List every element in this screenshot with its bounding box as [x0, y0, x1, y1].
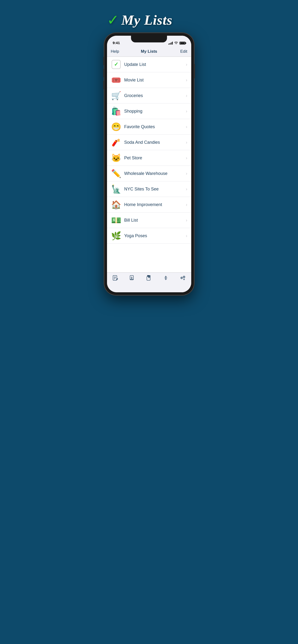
- item-icon-favorite-quotes: 😁: [111, 122, 121, 132]
- list-item[interactable]: 🧨 Soda And Candies ›: [107, 135, 191, 150]
- item-icon-movie-list: 🎟️: [111, 75, 121, 85]
- signal-bar-1: [169, 44, 169, 44]
- item-label-wholesale-warehouse: Wholesale Warehouse: [124, 171, 186, 176]
- item-label-nyc-sites: NYC Sites To See: [124, 187, 186, 192]
- tab-import[interactable]: [124, 274, 140, 281]
- item-icon-home-improvement: 🏠: [111, 199, 121, 210]
- item-icon-bill-list: 💵: [111, 215, 121, 226]
- tab-edit[interactable]: [107, 274, 124, 281]
- chevron-icon: ›: [186, 218, 187, 223]
- chevron-icon: ›: [186, 78, 187, 83]
- app-checkmark: ✓: [107, 13, 119, 27]
- list-item[interactable]: 🛒 Groceries ›: [107, 88, 191, 104]
- list-container: ✓ Update List › 🎟️ Movie List › 🛒 Grocer…: [107, 57, 191, 272]
- empty-space: [107, 244, 191, 272]
- list-item[interactable]: 💵 Bill List ›: [107, 212, 191, 228]
- help-button[interactable]: Help: [111, 49, 125, 54]
- item-label-update-list: Update List: [124, 62, 186, 67]
- list-item[interactable]: 🎟️ Movie List ›: [107, 72, 191, 88]
- item-label-yoga-poses: Yoga Poses: [124, 233, 186, 238]
- item-label-favorite-quotes: Favorite Quotes: [124, 124, 186, 130]
- item-icon-nyc-sites: 🗽: [111, 184, 121, 194]
- phone-screen: 9:41: [107, 36, 191, 292]
- list-item[interactable]: 😁 Favorite Quotes ›: [107, 119, 191, 135]
- chevron-icon: ›: [186, 202, 187, 207]
- filter-icon: [163, 274, 169, 281]
- nav-bar: Help My Lists Edit: [107, 46, 191, 57]
- item-label-groceries: Groceries: [124, 93, 186, 98]
- chevron-icon: ›: [186, 109, 187, 114]
- list-item[interactable]: ✏️ Wholesale Warehouse ›: [107, 166, 191, 181]
- phone-frame: 9:41: [104, 33, 194, 295]
- item-label-home-improvement: Home Improvement: [124, 202, 186, 207]
- item-icon-soda-candies: 🧨: [111, 137, 121, 148]
- item-label-movie-list: Movie List: [124, 78, 186, 83]
- list-item[interactable]: 🛍️ Shopping ›: [107, 104, 191, 119]
- settings-icon: [179, 274, 186, 281]
- signal-bar-2: [170, 43, 170, 44]
- item-label-pet-store: Pet Store: [124, 156, 186, 160]
- phone-notch: [131, 36, 167, 42]
- signal-bar-4: [172, 42, 173, 44]
- signal-bar-3: [171, 42, 172, 44]
- item-icon-shopping: 🛍️: [111, 106, 121, 116]
- item-label-soda-candies: Soda And Candies: [124, 140, 186, 145]
- tab-settings[interactable]: [174, 274, 191, 281]
- item-icon-groceries: 🛒: [111, 90, 121, 101]
- list-item[interactable]: 🐱 Pet Store ›: [107, 150, 191, 166]
- list-item[interactable]: ✓ Update List ›: [107, 57, 191, 72]
- item-icon-pet-store: 🐱: [111, 152, 121, 163]
- chevron-icon: ›: [186, 233, 187, 238]
- export-icon: [146, 274, 152, 281]
- app-title: My Lists: [121, 12, 173, 28]
- tab-bar: [107, 272, 191, 292]
- list-item[interactable]: 🌿 Yoga Poses ›: [107, 228, 191, 244]
- chevron-icon: ›: [186, 140, 187, 145]
- battery-fill: [180, 42, 185, 44]
- svg-point-18: [181, 278, 182, 278]
- battery-icon: [180, 42, 186, 44]
- list-item[interactable]: 🏠 Home Improvement ›: [107, 197, 191, 212]
- chevron-icon: ›: [186, 187, 187, 192]
- chevron-icon: ›: [186, 62, 187, 67]
- nav-title: My Lists: [141, 49, 157, 54]
- svg-point-17: [184, 279, 185, 280]
- svg-point-19: [184, 276, 185, 278]
- chevron-icon: ›: [186, 156, 187, 160]
- item-label-shopping: Shopping: [124, 109, 186, 114]
- chevron-icon: ›: [186, 93, 187, 98]
- wifi-icon: [174, 41, 178, 45]
- edit-icon: [112, 274, 119, 281]
- list-item[interactable]: 🗽 NYC Sites To See ›: [107, 181, 191, 197]
- chevron-icon: ›: [186, 171, 187, 176]
- item-icon-wholesale-warehouse: ✏️: [111, 168, 121, 179]
- status-time: 9:41: [113, 41, 120, 45]
- item-label-bill-list: Bill List: [124, 218, 186, 223]
- chevron-icon: ›: [186, 124, 187, 130]
- tab-filter[interactable]: [158, 274, 174, 281]
- status-icons: [169, 41, 186, 45]
- signal-bars-icon: [169, 42, 173, 44]
- app-header: ✓ My Lists: [102, 5, 196, 33]
- import-icon: [129, 274, 135, 281]
- app-wrapper: ✓ My Lists 9:41: [102, 5, 196, 295]
- item-icon-update-list: ✓: [111, 59, 121, 70]
- tab-export[interactable]: [140, 274, 158, 281]
- edit-button[interactable]: Edit: [173, 49, 187, 54]
- item-icon-yoga-poses: 🌿: [111, 230, 121, 241]
